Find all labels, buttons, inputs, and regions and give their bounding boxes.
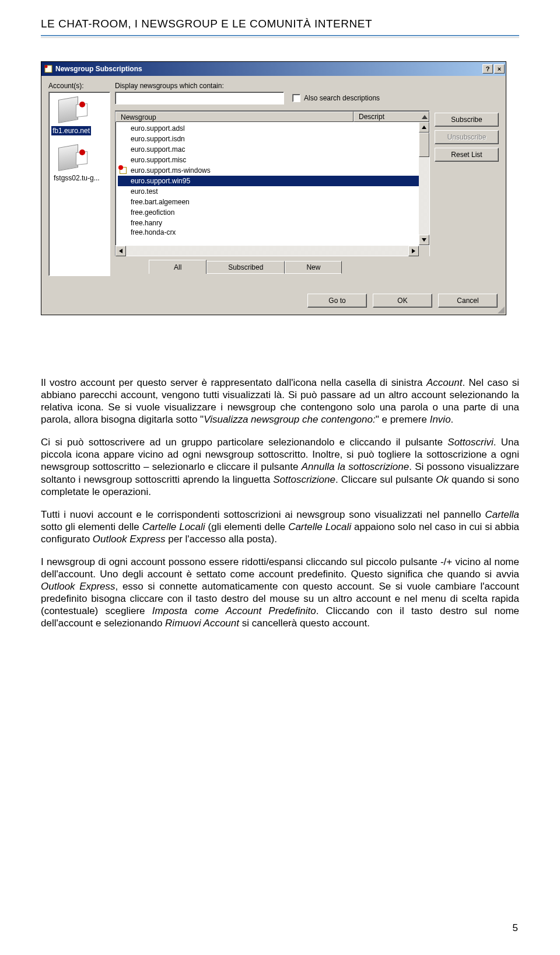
paragraph: Ci si può sottoscrivere ad un gruppo par… — [41, 436, 519, 497]
list-item-label: free.geofiction — [130, 208, 176, 217]
help-button[interactable]: ? — [482, 64, 493, 74]
scroll-corner — [419, 246, 429, 256]
text: (gli elementi delle — [205, 521, 289, 532]
text-italic: Outlook Express — [93, 534, 166, 545]
scroll-track[interactable] — [419, 133, 429, 235]
list-item[interactable]: euro.support.isdn — [118, 134, 419, 144]
svg-point-1 — [45, 65, 48, 68]
close-button[interactable]: × — [494, 64, 505, 74]
scroll-up-button[interactable] — [419, 122, 429, 133]
text-italic: Invio — [430, 414, 451, 425]
accounts-list[interactable]: fb1.euro.net fstgss02.tu-g... — [48, 92, 110, 276]
header-rule-top — [41, 35, 519, 36]
subscribe-button[interactable]: Subscribe — [435, 113, 499, 127]
scroll-left-button[interactable] — [116, 246, 126, 256]
paragraph: Tutti i nuovi account e le corrispondent… — [41, 508, 519, 545]
list-item-label: euro.support.isdn — [130, 135, 186, 143]
reset-list-button[interactable]: Reset List — [435, 148, 499, 162]
text: Il vostro account per questo server è ra… — [41, 377, 426, 388]
tab-subscribed[interactable]: Subscribed — [206, 261, 285, 274]
list-item-label: euro.support.misc — [130, 156, 187, 164]
server-icon — [58, 96, 91, 125]
header-rule-bottom — [41, 37, 519, 38]
list-item-label: euro.test — [130, 187, 159, 196]
text: . Cliccare sul pulsante — [335, 474, 436, 485]
tab-new[interactable]: New — [285, 261, 342, 274]
text-italic: Account — [426, 377, 462, 388]
vertical-scrollbar[interactable] — [419, 122, 429, 245]
text: si cancellerà questo account. — [239, 618, 370, 629]
scroll-track[interactable] — [126, 246, 408, 256]
subscribed-icon — [119, 166, 128, 175]
list-item-label: free.bart.algemeen — [130, 198, 191, 206]
checkbox-icon — [292, 94, 300, 102]
list-item[interactable]: euro.test — [118, 186, 419, 197]
text: I newsgroup di ogni account possono esse… — [41, 556, 519, 580]
newsgroup-subscriptions-dialog: Newsgroup Subscriptions ? × Account(s): … — [41, 61, 506, 315]
filter-label: Display newsgroups which contain: — [115, 82, 430, 90]
list-item[interactable]: free.honda-crx — [118, 228, 419, 236]
chevron-right-icon — [412, 249, 415, 253]
text-italic: Outlook Express — [41, 581, 116, 592]
ok-button[interactable]: OK — [373, 294, 432, 308]
chevron-left-icon — [119, 249, 123, 253]
text: . — [451, 414, 454, 425]
column-header-newsgroup[interactable]: Newsgroup — [116, 111, 354, 122]
text-italic: Visualizza newsgroup che contengono: — [204, 414, 376, 425]
text-italic: Cartella — [485, 509, 519, 520]
account-label: fb1.euro.net — [51, 126, 91, 135]
list-item-selected[interactable]: euro.support.win95 — [118, 176, 419, 186]
paragraph: I newsgroup di ogni account possono esse… — [41, 556, 519, 629]
tabs: All Subscribed New — [115, 260, 430, 274]
list-item[interactable]: free.bart.algemeen — [118, 197, 419, 207]
text-italic: Sottoscrizione — [273, 474, 335, 485]
text-italic: Cartelle Locali — [288, 521, 351, 532]
chevron-down-icon — [422, 238, 426, 242]
column-header-description-text: Descript — [359, 113, 384, 121]
account-item[interactable]: fstgss02.tu-g... — [51, 144, 107, 182]
scroll-right-button[interactable] — [408, 246, 419, 256]
titlebar[interactable]: Newsgroup Subscriptions ? × — [41, 62, 506, 76]
page-title: LE CHAT-ROOM, I NEWSGROUP E LE COMUNITÀ … — [41, 18, 519, 30]
app-icon — [44, 64, 53, 74]
text: sotto gli elementi delle — [41, 521, 142, 532]
list-item[interactable]: free.hanry — [118, 218, 419, 228]
list-item-label: free.hanry — [130, 219, 163, 227]
text-italic: Rimuovi Account — [165, 618, 239, 629]
text-italic: Sottoscrivi — [447, 437, 493, 448]
horizontal-scrollbar[interactable] — [115, 246, 430, 256]
account-item[interactable]: fb1.euro.net — [51, 96, 107, 135]
scroll-down-button[interactable] — [419, 235, 429, 245]
titlebar-text: Newsgroup Subscriptions — [55, 65, 481, 73]
cancel-button[interactable]: Cancel — [438, 294, 498, 308]
list-item[interactable]: euro.support.adsl — [118, 123, 419, 134]
also-search-label: Also search descriptions — [304, 94, 380, 102]
list-item-label: euro.support.win95 — [130, 177, 191, 185]
list-item[interactable]: euro.support.misc — [118, 155, 419, 165]
filter-input[interactable] — [115, 92, 284, 104]
page-number: 5 — [513, 922, 518, 934]
list-item[interactable]: free.geofiction — [118, 207, 419, 218]
text: Ci si può sottoscrivere ad un gruppo par… — [41, 437, 447, 448]
unsubscribe-button[interactable]: Unsubscribe — [435, 130, 499, 144]
text-italic: Cartelle Locali — [142, 521, 205, 532]
text-italic: Annulla la sottoscrizione — [302, 461, 409, 472]
sort-arrow-icon — [422, 115, 428, 119]
scroll-thumb[interactable] — [419, 133, 429, 157]
list-item-subscribed[interactable]: euro.support.ms-windows — [118, 165, 419, 176]
document-body: Il vostro account per questo server è ra… — [41, 377, 519, 629]
resize-grip-icon[interactable] — [496, 305, 505, 313]
chevron-up-icon — [422, 126, 426, 129]
goto-button[interactable]: Go to — [307, 294, 367, 308]
tab-all[interactable]: All — [149, 260, 206, 274]
list-item-label: euro.support.mac — [130, 145, 186, 154]
list-item[interactable]: euro.support.mac — [118, 144, 419, 155]
also-search-checkbox[interactable]: Also search descriptions — [292, 94, 380, 102]
text-italic: Ok — [436, 474, 449, 485]
accounts-label: Account(s): — [48, 82, 110, 90]
list-item-label: euro.support.adsl — [130, 124, 186, 133]
column-header-description[interactable]: Descript — [354, 111, 429, 122]
text-italic: Imposta come Account Predefinito — [152, 605, 316, 616]
server-icon — [58, 144, 91, 173]
text: Tutti i nuovi account e le corrispondent… — [41, 509, 485, 520]
